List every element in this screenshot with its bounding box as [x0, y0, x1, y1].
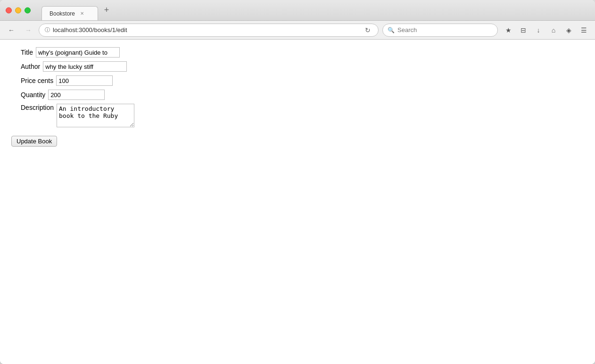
menu-icon: ☰	[581, 26, 587, 34]
reader-button[interactable]: ⊟	[517, 24, 530, 37]
url-input[interactable]	[53, 26, 360, 33]
browser-window: Bookstore ✕ + ← → ⓘ ↻ 🔍 ★	[0, 0, 595, 364]
menu-button[interactable]: ☰	[577, 24, 590, 37]
new-tab-button[interactable]: +	[100, 4, 113, 17]
price-input[interactable]	[56, 75, 113, 86]
reader-icon: ⊟	[521, 26, 526, 34]
traffic-lights	[6, 7, 31, 13]
back-button[interactable]: ←	[5, 24, 18, 37]
tab-title: Bookstore	[50, 10, 75, 17]
forward-button[interactable]: →	[22, 24, 35, 37]
nav-bar: ← → ⓘ ↻ 🔍 ★ ⊟ ↓ ⌂	[0, 21, 595, 40]
price-field-row: Price cents	[21, 75, 586, 86]
address-bar[interactable]: ⓘ ↻	[39, 24, 379, 37]
reload-button[interactable]: ↻	[363, 25, 372, 35]
bookmark-button[interactable]: ★	[502, 24, 515, 37]
pocket-icon: ◈	[566, 26, 571, 34]
tab-close-button[interactable]: ✕	[79, 10, 85, 17]
search-input[interactable]	[397, 26, 493, 33]
forward-icon: →	[25, 26, 32, 34]
search-icon: 🔍	[388, 27, 395, 33]
author-label: Author	[21, 63, 40, 70]
back-icon: ←	[8, 26, 15, 34]
update-book-button[interactable]: Update Book	[11, 136, 57, 147]
description-label: Description	[21, 104, 54, 111]
tabs-bar: Bookstore ✕ +	[41, 0, 113, 20]
bookmark-icon: ★	[505, 26, 512, 34]
maximize-button[interactable]	[25, 7, 31, 13]
quantity-field-row: Quantity	[21, 90, 586, 100]
download-button[interactable]: ↓	[532, 24, 545, 37]
home-icon: ⌂	[552, 26, 555, 34]
page-content: Title Author Price cents Quantity Descri…	[0, 40, 595, 364]
minimize-button[interactable]	[15, 7, 21, 13]
price-label: Price cents	[21, 77, 53, 84]
lock-icon: ⓘ	[45, 26, 50, 33]
title-field-row: Title	[21, 47, 586, 58]
author-input[interactable]	[43, 61, 127, 72]
close-button[interactable]	[6, 7, 12, 13]
pocket-button[interactable]: ◈	[562, 24, 575, 37]
title-bar: Bookstore ✕ +	[0, 0, 595, 21]
toolbar-icons: ★ ⊟ ↓ ⌂ ◈ ☰	[502, 24, 590, 37]
description-input[interactable]: An introductory book to the Ruby	[57, 104, 134, 127]
title-label: Title	[21, 49, 33, 56]
title-input[interactable]	[36, 47, 120, 58]
download-icon: ↓	[537, 26, 540, 34]
edit-form: Title Author Price cents Quantity Descri…	[9, 47, 586, 127]
search-bar[interactable]: 🔍	[382, 24, 498, 37]
home-button[interactable]: ⌂	[547, 24, 560, 37]
description-field-row: Description An introductory book to the …	[21, 104, 586, 127]
quantity-input[interactable]	[48, 90, 105, 100]
active-tab[interactable]: Bookstore ✕	[41, 6, 98, 20]
quantity-label: Quantity	[21, 91, 45, 99]
author-field-row: Author	[21, 61, 586, 72]
